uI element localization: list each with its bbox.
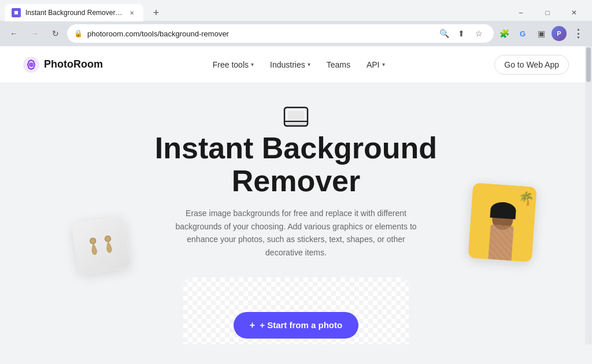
teams-nav-item[interactable]: Teams: [320, 55, 357, 74]
menu-button[interactable]: ⋮: [569, 24, 587, 43]
free-tools-nav-item[interactable]: Free tools ▾: [206, 55, 261, 74]
logo-text: PhotoRoom: [44, 58, 103, 70]
website-content: PhotoRoom Free tools ▾ Industries ▾ Team…: [0, 46, 592, 344]
svg-point-7: [105, 236, 111, 242]
svg-rect-4: [284, 121, 308, 126]
maximize-button[interactable]: □: [534, 5, 561, 21]
minimize-button[interactable]: –: [508, 5, 534, 21]
floating-earrings-image: [72, 216, 131, 275]
tab-title: Instant Background Remover - R...: [25, 9, 123, 17]
active-tab[interactable]: Instant Background Remover - R... ✕: [5, 4, 143, 21]
reload-button[interactable]: ↻: [46, 24, 65, 43]
scrollbar-thumb[interactable]: [586, 47, 591, 82]
close-button[interactable]: ✕: [561, 5, 587, 21]
site-nav: PhotoRoom Free tools ▾ Industries ▾ Team…: [0, 46, 592, 83]
back-icon: ←: [10, 29, 18, 38]
reload-icon: ↻: [52, 29, 59, 38]
address-text: photoroom.com/tools/background-remover: [87, 29, 431, 38]
earrings-background: [72, 216, 131, 275]
industries-nav-item[interactable]: Industries ▾: [263, 55, 317, 74]
plus-icon: +: [250, 320, 255, 330]
google-icon-btn[interactable]: G: [515, 25, 531, 42]
chevron-down-icon: ▾: [308, 61, 310, 68]
svg-point-1: [29, 62, 34, 67]
logo-icon: [23, 57, 39, 73]
nav-links: Free tools ▾ Industries ▾ Teams API ▾: [206, 55, 392, 74]
floating-person-image: 🌴: [468, 183, 537, 262]
hero-icon: [283, 106, 309, 127]
chevron-down-icon: ▾: [382, 61, 385, 68]
search-icon-btn[interactable]: 🔍: [436, 25, 452, 42]
window-controls: – □ ✕: [508, 5, 587, 21]
lock-icon: 🔒: [74, 29, 83, 38]
tab-favicon: [12, 8, 21, 17]
extensions-button[interactable]: 🧩: [496, 25, 512, 42]
hero-subtitle: Erase image backgrounds for free and rep…: [175, 207, 417, 259]
title-bar: Instant Background Remover - R... ✕ + – …: [0, 0, 592, 21]
scrollbar[interactable]: [585, 46, 592, 344]
upload-container: + + Start from a photo Or drop an image …: [183, 277, 409, 344]
start-from-photo-button[interactable]: + + Start from a photo: [234, 312, 358, 339]
share-icon-btn[interactable]: ⬆: [453, 25, 469, 42]
forward-button[interactable]: →: [25, 24, 44, 43]
sidebar-button[interactable]: ▣: [533, 25, 549, 42]
address-bar-icons: 🔍 ⬆ ☆: [436, 25, 487, 42]
bookmark-icon-btn[interactable]: ☆: [471, 25, 487, 42]
tab-close-button[interactable]: ✕: [127, 8, 136, 17]
back-button[interactable]: ←: [5, 24, 23, 43]
chevron-down-icon: ▾: [251, 61, 254, 68]
address-bar-row: ← → ↻ 🔒 photoroom.com/tools/background-r…: [0, 21, 592, 46]
forward-icon: →: [31, 29, 39, 38]
logo-area[interactable]: PhotoRoom: [23, 57, 103, 73]
new-tab-button[interactable]: +: [148, 5, 164, 21]
profile-avatar[interactable]: P: [552, 26, 567, 41]
svg-point-6: [90, 237, 96, 244]
browser-chrome: Instant Background Remover - R... ✕ + – …: [0, 0, 592, 46]
address-bar[interactable]: 🔒 photoroom.com/tools/background-remover…: [67, 24, 494, 43]
api-nav-item[interactable]: API ▾: [360, 55, 392, 74]
upload-btn-label: + Start from a photo: [260, 320, 342, 330]
go-to-web-app-button[interactable]: Go to Web App: [494, 55, 569, 75]
upload-area[interactable]: + + Start from a photo Or drop an image …: [183, 277, 409, 344]
